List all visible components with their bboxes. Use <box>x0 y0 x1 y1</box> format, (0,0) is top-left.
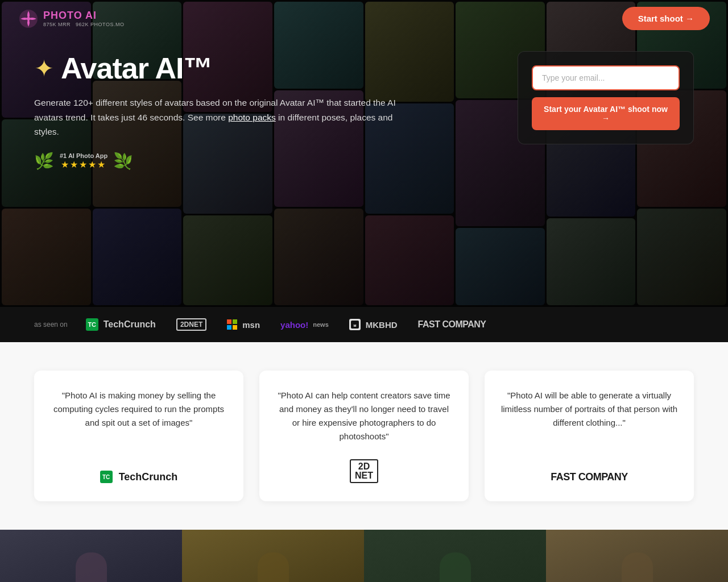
email-input[interactable] <box>532 65 680 90</box>
hero-heading: Avatar AI™ <box>61 51 212 85</box>
award-badge: 🌿 #1 AI Photo App ★★★★★ 🌿 <box>34 152 398 171</box>
strip-photo-4 <box>546 530 728 582</box>
right-laurel-icon: 🌿 <box>113 152 133 171</box>
strip-photo-inner-2 <box>182 530 364 582</box>
left-laurel-icon: 🌿 <box>34 152 54 171</box>
award-text: #1 AI Photo App ★★★★★ <box>60 152 107 170</box>
yahoo-logo: yahoo! news <box>280 320 329 330</box>
tc-badge: TC <box>86 318 98 331</box>
figure-4 <box>622 552 653 582</box>
strip-photo-inner-3 <box>364 530 546 582</box>
msn-logo: msn <box>227 319 260 330</box>
mkbhd-icon: M <box>349 319 361 330</box>
yahoo-text: yahoo! <box>280 320 308 330</box>
quote-text-2: "Photo AI can help content creators save… <box>275 389 453 443</box>
logo-stats: 875K MRR 962K PHOTOS.MO <box>43 22 124 27</box>
svg-rect-4 <box>227 325 231 330</box>
logo-text: PHOTO AI 875K MRR 962K PHOTOS.MO <box>43 10 124 27</box>
hero-content: ✦ Avatar AI™ Generate 120+ different sty… <box>34 51 694 171</box>
logo-icon <box>18 9 39 29</box>
press-bar: as seen on TC TechCrunch 2DNET msn yahoo… <box>0 307 728 342</box>
hero-description: Generate 120+ different styles of avatar… <box>34 95 398 139</box>
quote-card-2dnet: "Photo AI can help content creators save… <box>259 371 469 501</box>
figure-3 <box>440 552 471 582</box>
hero-left: ✦ Avatar AI™ Generate 120+ different sty… <box>34 51 398 171</box>
strip-photo-2 <box>182 530 364 582</box>
fastcompany-logo: FAST COMPANY <box>418 319 486 330</box>
logo-title: PHOTO AI <box>43 10 124 22</box>
press-logos: TC TechCrunch 2DNET msn yahoo! news <box>86 318 694 331</box>
quote-source-2: 2DNET <box>350 459 378 483</box>
quote-source-1: TC TechCrunch <box>100 471 178 483</box>
sparkle-icon: ✦ <box>34 55 54 82</box>
techcrunch-text: TechCrunch <box>104 319 156 330</box>
quote-tc-icon: TC <box>100 471 113 483</box>
quote-card-techcrunch: "Photo AI is making money by selling the… <box>34 371 243 501</box>
figure-2 <box>258 552 289 582</box>
strip-photo-inner-1 <box>0 530 182 582</box>
svg-rect-5 <box>233 325 237 330</box>
award-title: #1 AI Photo App <box>60 152 107 159</box>
logo: PHOTO AI 875K MRR 962K PHOTOS.MO <box>18 9 124 29</box>
navbar: PHOTO AI 875K MRR 962K PHOTOS.MO Start s… <box>0 0 728 37</box>
quote-source-3: FAST COMPANY <box>551 471 628 483</box>
msn-text: msn <box>242 320 260 330</box>
quote-text-1: "Photo AI is making money by selling the… <box>50 389 228 455</box>
2dnet-text: 2DNET <box>176 318 206 331</box>
hero-title: ✦ Avatar AI™ <box>34 51 398 85</box>
strip-photo-inner-4 <box>546 530 728 582</box>
strip-photo-1 <box>0 530 182 582</box>
quote-2dnet-label: 2DNET <box>350 459 378 483</box>
quote-tc-label: TechCrunch <box>119 471 178 483</box>
quote-fastcompany-label: FAST COMPANY <box>551 471 628 483</box>
svg-text:M: M <box>353 324 356 327</box>
2dnet-logo: 2DNET <box>176 318 206 331</box>
photo-strip <box>0 530 728 582</box>
quote-text-3: "Photo AI will be able to generate a vir… <box>500 389 678 455</box>
figure-1 <box>76 552 107 582</box>
cta-button[interactable]: Start your Avatar AI™ shoot now → <box>532 97 680 130</box>
quotes-section: "Photo AI is making money by selling the… <box>0 342 728 530</box>
yahoo-news-text: news <box>313 321 329 328</box>
mkbhd-logo: M MKBHD <box>349 319 398 330</box>
hero-section: ✦ Avatar AI™ Generate 120+ different sty… <box>0 0 728 307</box>
svg-point-1 <box>27 17 30 20</box>
star-rating: ★★★★★ <box>60 159 107 170</box>
svg-rect-3 <box>233 319 237 324</box>
as-seen-on-label: as seen on <box>34 321 68 329</box>
svg-rect-2 <box>227 319 231 324</box>
msn-icon <box>227 319 237 330</box>
fastcompany-text: FAST COMPANY <box>418 319 486 330</box>
hero-form: Start your Avatar AI™ shoot now → <box>518 51 694 144</box>
mkbhd-text: MKBHD <box>366 320 398 330</box>
strip-photo-3 <box>364 530 546 582</box>
techcrunch-logo: TC TechCrunch <box>86 318 156 331</box>
quote-card-fastcompany: "Photo AI will be able to generate a vir… <box>485 371 694 501</box>
start-shoot-button[interactable]: Start shoot → <box>622 7 710 30</box>
photo-packs-link[interactable]: photo packs <box>228 113 276 122</box>
